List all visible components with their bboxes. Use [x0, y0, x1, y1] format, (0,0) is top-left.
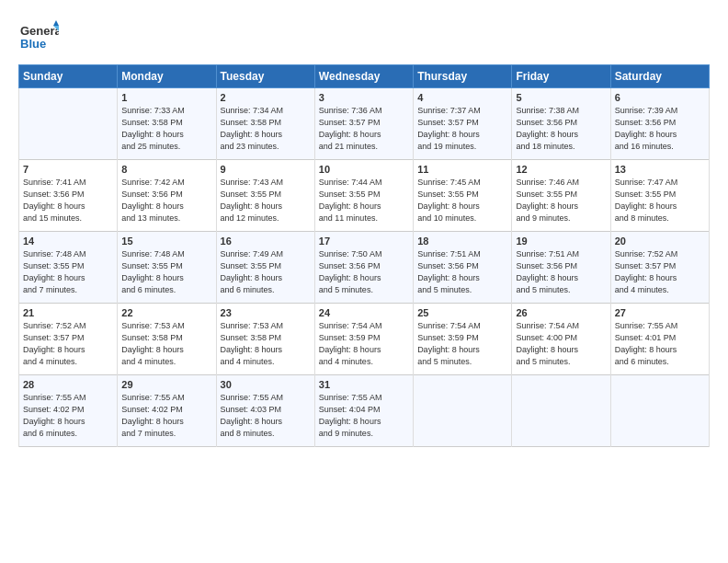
svg-text:Blue: Blue	[20, 37, 46, 51]
cell-info: Sunrise: 7:48 AMSunset: 3:55 PMDaylight:…	[23, 248, 113, 296]
cell-info: Sunrise: 7:55 AMSunset: 4:04 PMDaylight:…	[319, 392, 409, 440]
calendar-cell: 29Sunrise: 7:55 AMSunset: 4:02 PMDayligh…	[118, 375, 216, 447]
calendar-cell: 10Sunrise: 7:44 AMSunset: 3:55 PMDayligh…	[314, 160, 413, 232]
day-number: 23	[221, 307, 311, 318]
calendar-cell: 24Sunrise: 7:54 AMSunset: 3:59 PMDayligh…	[314, 304, 413, 375]
cell-info: Sunrise: 7:53 AMSunset: 3:58 PMDaylight:…	[121, 320, 211, 368]
cell-info: Sunrise: 7:34 AMSunset: 3:58 PMDaylight:…	[221, 105, 311, 153]
calendar-cell	[610, 375, 709, 447]
day-number: 29	[121, 379, 211, 390]
cell-info: Sunrise: 7:54 AMSunset: 3:59 PMDaylight:…	[319, 320, 409, 368]
calendar-cell: 9Sunrise: 7:43 AMSunset: 3:55 PMDaylight…	[216, 160, 314, 232]
cell-info: Sunrise: 7:36 AMSunset: 3:57 PMDaylight:…	[319, 105, 409, 153]
calendar-cell: 15Sunrise: 7:48 AMSunset: 3:55 PMDayligh…	[118, 232, 216, 304]
day-number: 30	[221, 379, 311, 390]
cell-info: Sunrise: 7:44 AMSunset: 3:55 PMDaylight:…	[319, 177, 409, 224]
day-header-saturday: Saturday	[610, 65, 709, 88]
day-number: 22	[121, 307, 211, 318]
cell-info: Sunrise: 7:50 AMSunset: 3:56 PMDaylight:…	[319, 248, 409, 296]
cell-info: Sunrise: 7:39 AMSunset: 3:56 PMDaylight:…	[615, 105, 705, 153]
calendar-cell: 5Sunrise: 7:38 AMSunset: 3:56 PMDaylight…	[512, 88, 610, 160]
calendar-cell: 22Sunrise: 7:53 AMSunset: 3:58 PMDayligh…	[118, 304, 216, 375]
cell-info: Sunrise: 7:47 AMSunset: 3:55 PMDaylight:…	[615, 177, 705, 224]
cell-info: Sunrise: 7:55 AMSunset: 4:02 PMDaylight:…	[121, 392, 211, 440]
calendar-cell: 26Sunrise: 7:54 AMSunset: 4:00 PMDayligh…	[512, 304, 610, 375]
calendar-table: SundayMondayTuesdayWednesdayThursdayFrid…	[18, 64, 710, 447]
calendar-cell: 12Sunrise: 7:46 AMSunset: 3:55 PMDayligh…	[512, 160, 610, 232]
week-row-2: 7Sunrise: 7:41 AMSunset: 3:56 PMDaylight…	[19, 160, 710, 232]
day-number: 7	[23, 164, 113, 175]
week-row-4: 21Sunrise: 7:52 AMSunset: 3:57 PMDayligh…	[19, 304, 710, 375]
calendar-cell: 3Sunrise: 7:36 AMSunset: 3:57 PMDaylight…	[314, 88, 413, 160]
calendar-cell: 31Sunrise: 7:55 AMSunset: 4:04 PMDayligh…	[314, 375, 413, 447]
day-number: 15	[121, 236, 211, 247]
page-container: General Blue SundayMondayTuesdayWednesda…	[0, 0, 728, 456]
day-header-thursday: Thursday	[414, 65, 512, 88]
day-number: 4	[417, 92, 507, 103]
day-number: 16	[221, 236, 311, 247]
day-header-monday: Monday	[118, 65, 216, 88]
calendar-cell: 7Sunrise: 7:41 AMSunset: 3:56 PMDaylight…	[19, 160, 118, 232]
cell-info: Sunrise: 7:55 AMSunset: 4:02 PMDaylight:…	[23, 392, 113, 440]
cell-info: Sunrise: 7:46 AMSunset: 3:55 PMDaylight:…	[516, 177, 606, 224]
day-number: 1	[121, 92, 211, 103]
cell-info: Sunrise: 7:55 AMSunset: 4:01 PMDaylight:…	[615, 320, 705, 368]
day-number: 11	[417, 164, 507, 175]
logo: General Blue	[18, 17, 59, 57]
cell-info: Sunrise: 7:41 AMSunset: 3:56 PMDaylight:…	[23, 177, 113, 224]
calendar-cell: 4Sunrise: 7:37 AMSunset: 3:57 PMDaylight…	[414, 88, 512, 160]
day-number: 28	[23, 379, 113, 390]
calendar-cell: 18Sunrise: 7:51 AMSunset: 3:56 PMDayligh…	[414, 232, 512, 304]
calendar-cell: 13Sunrise: 7:47 AMSunset: 3:55 PMDayligh…	[610, 160, 709, 232]
calendar-cell: 8Sunrise: 7:42 AMSunset: 3:56 PMDaylight…	[118, 160, 216, 232]
cell-info: Sunrise: 7:51 AMSunset: 3:56 PMDaylight:…	[516, 248, 606, 296]
day-number: 27	[615, 307, 705, 318]
calendar-cell: 30Sunrise: 7:55 AMSunset: 4:03 PMDayligh…	[216, 375, 314, 447]
calendar-cell: 16Sunrise: 7:49 AMSunset: 3:55 PMDayligh…	[216, 232, 314, 304]
cell-info: Sunrise: 7:43 AMSunset: 3:55 PMDaylight:…	[221, 177, 311, 224]
calendar-cell: 23Sunrise: 7:53 AMSunset: 3:58 PMDayligh…	[216, 304, 314, 375]
calendar-cell: 6Sunrise: 7:39 AMSunset: 3:56 PMDaylight…	[610, 88, 709, 160]
cell-info: Sunrise: 7:54 AMSunset: 3:59 PMDaylight:…	[417, 320, 507, 368]
day-number: 14	[23, 236, 113, 247]
cell-info: Sunrise: 7:55 AMSunset: 4:03 PMDaylight:…	[221, 392, 311, 440]
day-number: 3	[319, 92, 409, 103]
calendar-cell	[414, 375, 512, 447]
cell-info: Sunrise: 7:53 AMSunset: 3:58 PMDaylight:…	[221, 320, 311, 368]
day-number: 31	[319, 379, 409, 390]
cell-info: Sunrise: 7:45 AMSunset: 3:55 PMDaylight:…	[417, 177, 507, 224]
day-number: 18	[417, 236, 507, 247]
cell-info: Sunrise: 7:48 AMSunset: 3:55 PMDaylight:…	[121, 248, 211, 296]
cell-info: Sunrise: 7:42 AMSunset: 3:56 PMDaylight:…	[121, 177, 211, 224]
calendar-cell: 20Sunrise: 7:52 AMSunset: 3:57 PMDayligh…	[610, 232, 709, 304]
day-number: 26	[516, 307, 606, 318]
cell-info: Sunrise: 7:52 AMSunset: 3:57 PMDaylight:…	[615, 248, 705, 296]
day-number: 24	[319, 307, 409, 318]
day-header-sunday: Sunday	[19, 65, 118, 88]
calendar-cell	[512, 375, 610, 447]
day-number: 17	[319, 236, 409, 247]
day-header-wednesday: Wednesday	[314, 65, 413, 88]
day-number: 9	[221, 164, 311, 175]
calendar-cell: 27Sunrise: 7:55 AMSunset: 4:01 PMDayligh…	[610, 304, 709, 375]
calendar-cell: 17Sunrise: 7:50 AMSunset: 3:56 PMDayligh…	[314, 232, 413, 304]
svg-text:General: General	[20, 24, 59, 38]
logo-icon: General Blue	[18, 17, 59, 57]
day-number: 12	[516, 164, 606, 175]
day-number: 21	[23, 307, 113, 318]
day-number: 25	[417, 307, 507, 318]
week-row-3: 14Sunrise: 7:48 AMSunset: 3:55 PMDayligh…	[19, 232, 710, 304]
header: General Blue	[18, 17, 710, 57]
week-row-5: 28Sunrise: 7:55 AMSunset: 4:02 PMDayligh…	[19, 375, 710, 447]
calendar-cell: 11Sunrise: 7:45 AMSunset: 3:55 PMDayligh…	[414, 160, 512, 232]
calendar-cell: 14Sunrise: 7:48 AMSunset: 3:55 PMDayligh…	[19, 232, 118, 304]
calendar-cell: 25Sunrise: 7:54 AMSunset: 3:59 PMDayligh…	[414, 304, 512, 375]
cell-info: Sunrise: 7:37 AMSunset: 3:57 PMDaylight:…	[417, 105, 507, 153]
day-header-friday: Friday	[512, 65, 610, 88]
calendar-cell: 1Sunrise: 7:33 AMSunset: 3:58 PMDaylight…	[118, 88, 216, 160]
calendar-cell: 21Sunrise: 7:52 AMSunset: 3:57 PMDayligh…	[19, 304, 118, 375]
week-row-1: 1Sunrise: 7:33 AMSunset: 3:58 PMDaylight…	[19, 88, 710, 160]
day-number: 8	[121, 164, 211, 175]
day-number: 10	[319, 164, 409, 175]
calendar-cell: 19Sunrise: 7:51 AMSunset: 3:56 PMDayligh…	[512, 232, 610, 304]
